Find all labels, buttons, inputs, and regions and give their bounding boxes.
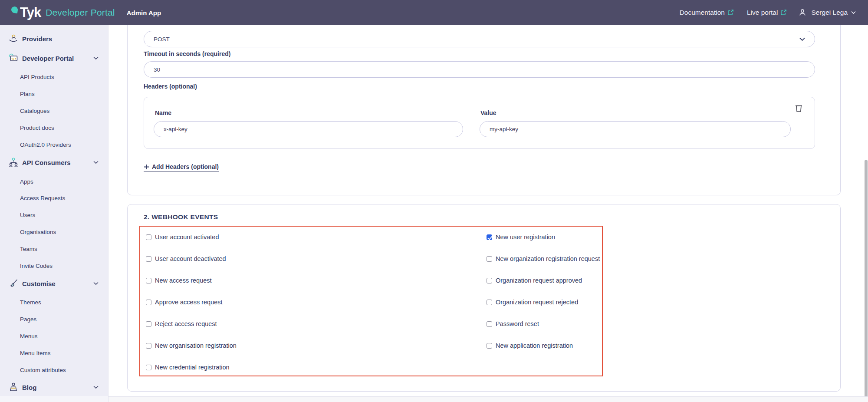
sidebar-item-access-requests[interactable]: Access Requests (0, 190, 108, 206)
checkbox-label: New user registration (496, 234, 555, 241)
documentation-link-label: Documentation (680, 9, 725, 16)
trash-icon[interactable] (794, 103, 804, 114)
sidebar-item-api-consumers[interactable]: API Consumers (0, 153, 108, 172)
checkbox[interactable] (487, 256, 492, 262)
checkbox-label: Reject access request (155, 320, 217, 327)
sidebar-item-label: Menus (20, 333, 38, 339)
documentation-link[interactable]: Documentation (680, 9, 734, 16)
page-bottom-strip (108, 396, 868, 402)
checkbox-row[interactable]: Password reset (487, 320, 600, 327)
sidebar-item-pages[interactable]: Pages (0, 311, 108, 327)
checkbox[interactable] (487, 321, 492, 327)
scrollbar-thumb[interactable] (865, 160, 868, 402)
top-bar: Tyk Developer Portal Admin App Documenta… (0, 0, 868, 25)
checkbox[interactable] (487, 278, 492, 283)
sidebar-item-developer-portal[interactable]: Developer Portal (0, 49, 108, 68)
sidebar-item-menus[interactable]: Menus (0, 328, 108, 344)
sidebar-item-label: Teams (20, 246, 37, 252)
sidebar-item-label: Customise (22, 280, 56, 287)
sidebar-item-label: API Consumers (22, 159, 71, 166)
checkbox-row[interactable]: User account deactivated (146, 255, 237, 262)
checkbox-row[interactable]: New access request (146, 277, 237, 284)
live-portal-link[interactable]: Live portal (747, 9, 787, 16)
sidebar-item-teams[interactable]: Teams (0, 241, 108, 257)
chevron-down-icon (93, 386, 99, 389)
checkbox-row[interactable]: New application registration (487, 342, 600, 349)
checkbox-label: New credential registration (155, 364, 230, 371)
sidebar-item-invite-codes[interactable]: Invite Codes (0, 257, 108, 274)
sidebar-item-providers[interactable]: Providers (0, 29, 108, 48)
sidebar-item-label: Developer Portal (22, 55, 74, 62)
api-consumers-icon (7, 157, 19, 168)
webhook-events-right-column: New user registration New organization r… (487, 227, 600, 349)
header-name-input-wrap (154, 121, 463, 137)
header-row-card: Name Value (144, 97, 815, 149)
checkbox-row[interactable]: Approve access request (146, 299, 237, 306)
sidebar-item-label: Invite Codes (20, 263, 53, 269)
sidebar-item-plans[interactable]: Plans (0, 86, 108, 102)
sidebar-item-customise[interactable]: Customise (0, 274, 108, 293)
checkbox-row[interactable]: Organization request approved (487, 277, 600, 284)
user-menu[interactable]: Sergei Lega (798, 8, 856, 17)
checkbox-label: User account activated (155, 234, 219, 241)
external-link-icon (727, 9, 734, 16)
checkbox-row[interactable]: New credential registration (146, 364, 237, 371)
sidebar-item-label: Blog (22, 384, 36, 391)
webhook-events-title: 2. WEBHOOK EVENTS (144, 213, 218, 221)
checkbox-label: Organization request approved (496, 277, 582, 284)
checkbox-row[interactable]: Reject access request (146, 320, 237, 327)
webhook-events-left-column: User account activated User account deac… (146, 227, 237, 371)
sidebar-item-label: Organisations (20, 229, 56, 235)
checkbox[interactable] (146, 365, 151, 370)
sidebar-bottom-fade (0, 396, 108, 402)
providers-icon (7, 33, 19, 44)
checkbox-row[interactable]: New organisation registration (146, 342, 237, 349)
webhook-events-highlight: User account activated User account deac… (139, 226, 603, 376)
chevron-down-icon (851, 11, 856, 14)
sidebar: Providers Developer Portal API Products … (0, 25, 108, 402)
checkbox-label: Password reset (496, 320, 539, 327)
checkbox[interactable] (146, 256, 151, 262)
sidebar-item-label: OAuth2.0 Providers (20, 142, 71, 148)
sidebar-item-product-docs[interactable]: Product docs (0, 119, 108, 136)
method-select[interactable]: POST (144, 31, 815, 47)
checkbox[interactable] (487, 300, 492, 305)
checkbox[interactable] (146, 278, 151, 283)
checkbox[interactable] (487, 234, 492, 240)
top-right-nav: Documentation Live portal (680, 8, 856, 17)
checkbox[interactable] (487, 343, 492, 349)
sidebar-item-menu-items[interactable]: Menu Items (0, 345, 108, 361)
plus-icon (144, 164, 149, 170)
header-name-label: Name (155, 109, 171, 116)
checkbox-row[interactable]: New organization registration request (487, 255, 600, 262)
sidebar-item-oauth-providers[interactable]: OAuth2.0 Providers (0, 136, 108, 153)
customise-icon (7, 278, 19, 289)
checkbox-label: Organization request rejected (496, 299, 578, 306)
sidebar-item-organisations[interactable]: Organisations (0, 224, 108, 240)
sidebar-item-themes[interactable]: Themes (0, 294, 108, 310)
timeout-input[interactable] (154, 66, 805, 73)
sidebar-item-catalogues[interactable]: Catalogues (0, 102, 108, 119)
timeout-input-wrap (144, 61, 815, 78)
checkbox-row[interactable]: Organization request rejected (487, 299, 600, 306)
chevron-down-icon (93, 282, 99, 285)
checkbox[interactable] (146, 300, 151, 305)
sidebar-item-apps[interactable]: Apps (0, 173, 108, 190)
checkbox[interactable] (146, 234, 151, 240)
sidebar-item-api-products[interactable]: API Products (0, 69, 108, 85)
sidebar-item-label: Apps (20, 178, 33, 185)
checkbox-row[interactable]: New user registration (487, 234, 600, 241)
header-value-input[interactable] (490, 126, 781, 132)
chevron-down-icon (93, 161, 99, 164)
checkbox[interactable] (146, 321, 151, 327)
checkbox-row[interactable]: User account activated (146, 234, 237, 241)
checkbox[interactable] (146, 343, 151, 349)
sidebar-item-users[interactable]: Users (0, 207, 108, 223)
sidebar-item-custom-attributes[interactable]: Custom attributes (0, 362, 108, 378)
sidebar-item-blog[interactable]: Blog (0, 378, 108, 397)
header-name-input[interactable] (164, 126, 453, 132)
user-name: Sergei Lega (811, 9, 848, 16)
sidebar-item-label: Providers (22, 35, 52, 43)
webhook-config-card: POST Timeout in seconds (required) Heade… (127, 25, 841, 195)
add-headers-link[interactable]: Add Headers (optional) (144, 163, 219, 171)
